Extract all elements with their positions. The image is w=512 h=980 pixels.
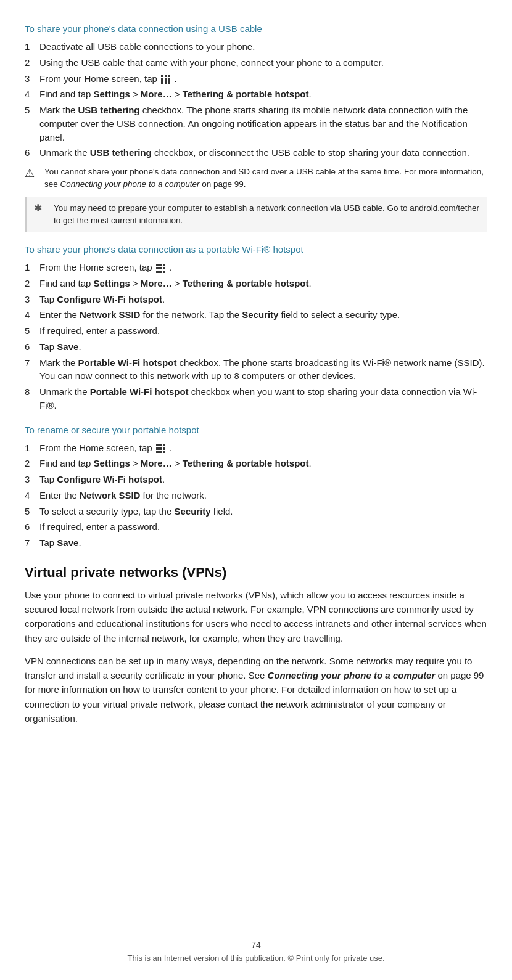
footer-note: This is an Internet version of this publ… <box>0 953 512 963</box>
list-item: 8 Unmark the Portable Wi-Fi hotspot chec… <box>25 385 487 412</box>
step-text: Enter the Network SSID for the network. … <box>39 308 487 322</box>
step-number: 2 <box>25 56 39 70</box>
usb-share-heading: To share your phone's data connection us… <box>25 23 487 34</box>
step-number: 3 <box>25 72 39 86</box>
step-text: Tap Configure Wi-Fi hotspot. <box>39 473 487 486</box>
step-number: 5 <box>25 505 39 518</box>
step-text: Find and tap Settings > More… > Tetherin… <box>39 88 487 101</box>
list-item: 6 Tap Save. <box>25 340 487 354</box>
rename-hotspot-heading: To rename or secure your portable hotspo… <box>25 425 487 435</box>
usb-share-steps: 1 Deactivate all USB cable connections t… <box>25 40 487 160</box>
list-item: 2 Find and tap Settings > More… > Tether… <box>25 277 487 290</box>
wifi-share-section: To share your phone's data connection as… <box>25 244 487 412</box>
notice-box: ⚠ You cannot share your phone's data con… <box>25 166 487 191</box>
page-content: To share your phone's data connection us… <box>0 0 512 771</box>
rename-hotspot-steps: 1 From the Home screen, tap . 2 Find and… <box>25 441 487 550</box>
grid-icon <box>156 264 165 273</box>
list-item: 3 Tap Configure Wi-Fi hotspot. <box>25 293 487 306</box>
step-number: 7 <box>25 536 39 550</box>
tip-text: You may need to prepare your computer to… <box>54 202 480 227</box>
list-item: 6 Unmark the USB tethering checkbox, or … <box>25 146 487 160</box>
list-item: 3 Tap Configure Wi-Fi hotspot. <box>25 473 487 486</box>
step-text: Using the USB cable that came with your … <box>39 56 487 70</box>
step-text: Mark the Portable Wi-Fi hotspot checkbox… <box>39 356 487 383</box>
vpn-section: Virtual private networks (VPNs) Use your… <box>25 565 487 725</box>
grid-icon <box>156 444 165 453</box>
step-number: 4 <box>25 88 39 101</box>
list-item: 1 From the Home screen, tap . <box>25 261 487 274</box>
step-text: Find and tap Settings > More… > Tetherin… <box>39 277 487 290</box>
step-text: Find and tap Settings > More… > Tetherin… <box>39 457 487 470</box>
step-number: 1 <box>25 441 39 455</box>
step-number: 5 <box>25 324 39 338</box>
step-number: 6 <box>25 146 39 160</box>
page-number: 74 <box>0 940 512 950</box>
list-item: 7 Mark the Portable Wi-Fi hotspot checkb… <box>25 356 487 383</box>
list-item: 4 Find and tap Settings > More… > Tether… <box>25 88 487 101</box>
list-item: 5 To select a security type, tap the Sec… <box>25 505 487 518</box>
grid-icon <box>161 75 170 84</box>
notice-text: You cannot share your phone's data conne… <box>44 166 487 191</box>
wifi-share-heading: To share your phone's data connection as… <box>25 244 487 255</box>
step-number: 3 <box>25 473 39 486</box>
step-text: If required, enter a password. <box>39 324 487 338</box>
exclamation-icon: ⚠ <box>25 166 38 180</box>
list-item: 1 From the Home screen, tap . <box>25 441 487 455</box>
step-text: Unmark the Portable Wi-Fi hotspot checkb… <box>39 385 487 412</box>
step-number: 4 <box>25 308 39 322</box>
step-text: From the Home screen, tap . <box>39 441 487 455</box>
vpn-paragraph2: VPN connections can be set up in many wa… <box>25 654 487 725</box>
step-number: 2 <box>25 457 39 470</box>
list-item: 5 If required, enter a password. <box>25 324 487 338</box>
tip-box: ✱ You may need to prepare your computer … <box>25 197 487 232</box>
step-number: 3 <box>25 293 39 306</box>
list-item: 2 Find and tap Settings > More… > Tether… <box>25 457 487 470</box>
list-item: 2 Using the USB cable that came with you… <box>25 56 487 70</box>
list-item: 3 From your Home screen, tap . <box>25 72 487 86</box>
step-text: Tap Save. <box>39 340 487 354</box>
step-text: Unmark the USB tethering checkbox, or di… <box>39 146 487 160</box>
rename-hotspot-section: To rename or secure your portable hotspo… <box>25 425 487 550</box>
list-item: 4 Enter the Network SSID for the network… <box>25 489 487 502</box>
list-item: 4 Enter the Network SSID for the network… <box>25 308 487 322</box>
page-footer: 74 This is an Internet version of this p… <box>0 940 512 963</box>
list-item: 1 Deactivate all USB cable connections t… <box>25 40 487 54</box>
step-number: 6 <box>25 520 39 534</box>
step-text: Tap Configure Wi-Fi hotspot. <box>39 293 487 306</box>
usb-share-section: To share your phone's data connection us… <box>25 23 487 232</box>
step-number: 5 <box>25 104 39 144</box>
step-text: From the Home screen, tap . <box>39 261 487 274</box>
vpn-paragraph1: Use your phone to connect to virtual pri… <box>25 588 487 645</box>
step-number: 1 <box>25 40 39 54</box>
wifi-share-steps: 1 From the Home screen, tap . 2 Find and… <box>25 261 487 412</box>
step-text: Tap Save. <box>39 536 487 550</box>
step-number: 4 <box>25 489 39 502</box>
step-text: To select a security type, tap the Secur… <box>39 505 487 518</box>
step-text: Deactivate all USB cable connections to … <box>39 40 487 54</box>
list-item: 7 Tap Save. <box>25 536 487 550</box>
step-text: If required, enter a password. <box>39 520 487 534</box>
list-item: 5 Mark the USB tethering checkbox. The p… <box>25 104 487 144</box>
step-number: 1 <box>25 261 39 274</box>
tip-icon: ✱ <box>34 202 47 214</box>
vpn-heading: Virtual private networks (VPNs) <box>25 565 487 581</box>
step-text: Mark the USB tethering checkbox. The pho… <box>39 104 487 144</box>
step-text: Enter the Network SSID for the network. <box>39 489 487 502</box>
step-number: 7 <box>25 356 39 383</box>
list-item: 6 If required, enter a password. <box>25 520 487 534</box>
step-text: From your Home screen, tap . <box>39 72 487 86</box>
step-number: 8 <box>25 385 39 412</box>
step-number: 2 <box>25 277 39 290</box>
step-number: 6 <box>25 340 39 354</box>
